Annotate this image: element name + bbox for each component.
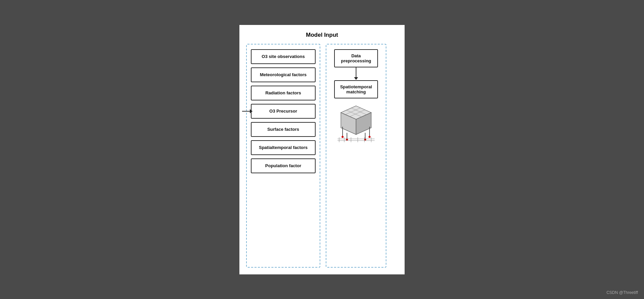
diagram-container: Model Input O3 site observations Meteoro…	[239, 25, 405, 274]
grid-illustration	[334, 102, 378, 143]
svg-point-14	[342, 136, 344, 138]
input-box-population: Population factor	[251, 158, 316, 173]
right-column: Data preprocessing Spatiotemporal matchi…	[326, 44, 386, 268]
input-box-meteorological: Meteorological factors	[251, 67, 316, 82]
diagram-title: Model Input	[246, 32, 398, 38]
input-box-o3-site: O3 site observations	[251, 49, 316, 64]
spatiotemporal-matching-box: Spatiotemporal matching	[334, 80, 378, 98]
watermark: CSDN @Threetiff	[607, 290, 638, 295]
input-box-spatiotemporal: Spatialtemporal factors	[251, 140, 316, 155]
input-box-o3-precursor: O3 Precursor	[251, 104, 316, 119]
columns-wrapper: O3 site observations Meteorological fact…	[246, 44, 398, 268]
left-column: O3 site observations Meteorological fact…	[246, 44, 320, 268]
input-box-radiation: Radiation factors	[251, 86, 316, 100]
arrow-right-line	[242, 111, 250, 112]
input-box-surface: Surface factors	[251, 122, 316, 137]
arrow-down-1	[356, 67, 356, 78]
svg-point-15	[369, 136, 371, 138]
data-preprocessing-box: Data preprocessing	[334, 49, 378, 67]
middle-arrow-right	[242, 111, 250, 112]
